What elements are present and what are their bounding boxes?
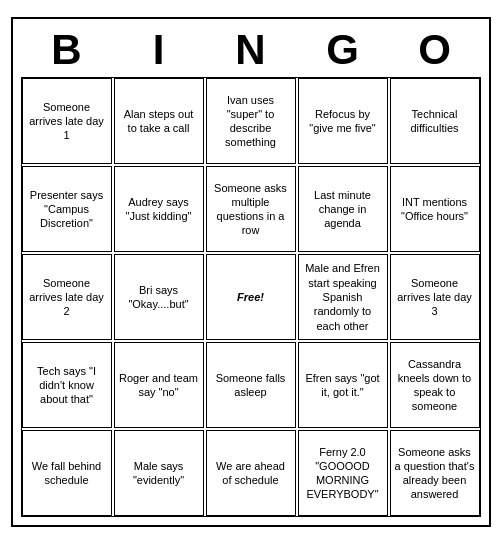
bingo-cell-o1[interactable]: Technical difficulties [390, 78, 480, 164]
cell-text-i5: Male says "evidently" [119, 459, 199, 488]
bingo-cell-i4[interactable]: Roger and team say "no" [114, 342, 204, 428]
cell-text-g2: Last minute change in agenda [303, 188, 383, 231]
bingo-cell-i5[interactable]: Male says "evidently" [114, 430, 204, 516]
bingo-cell-g2[interactable]: Last minute change in agenda [298, 166, 388, 252]
cell-text-b1: Someone arrives late day 1 [27, 100, 107, 143]
cell-text-i2: Audrey says "Just kidding" [119, 195, 199, 224]
bingo-header: B I N G O [21, 27, 481, 73]
bingo-cell-n4[interactable]: Someone falls asleep [206, 342, 296, 428]
cell-text-g1: Refocus by "give me five" [303, 107, 383, 136]
bingo-cell-n2[interactable]: Someone asks multiple questions in a row [206, 166, 296, 252]
bingo-cell-b2[interactable]: Presenter says "Campus Discretion" [22, 166, 112, 252]
letter-n: N [207, 27, 295, 73]
bingo-cell-g1[interactable]: Refocus by "give me five" [298, 78, 388, 164]
bingo-cell-g4[interactable]: Efren says "got it, got it." [298, 342, 388, 428]
bingo-cell-g5[interactable]: Ferny 2.0 "GOOOOD MORNING EVERYBODY" [298, 430, 388, 516]
cell-text-b3: Someone arrives late day 2 [27, 276, 107, 319]
cell-text-n3: Free! [237, 290, 264, 304]
cell-text-n1: Ivan uses "super" to describe something [211, 93, 291, 150]
letter-b: B [23, 27, 111, 73]
bingo-card: B I N G O Someone arrives late day 1Alan… [11, 17, 491, 527]
letter-o: O [391, 27, 479, 73]
bingo-cell-o3[interactable]: Someone arrives late day 3 [390, 254, 480, 340]
cell-text-b5: We fall behind schedule [27, 459, 107, 488]
bingo-cell-o5[interactable]: Someone asks a question that's already b… [390, 430, 480, 516]
cell-text-b2: Presenter says "Campus Discretion" [27, 188, 107, 231]
cell-text-o3: Someone arrives late day 3 [395, 276, 475, 319]
cell-text-i1: Alan steps out to take a call [119, 107, 199, 136]
bingo-grid: Someone arrives late day 1Alan steps out… [21, 77, 481, 517]
bingo-cell-b1[interactable]: Someone arrives late day 1 [22, 78, 112, 164]
letter-g: G [299, 27, 387, 73]
cell-text-n5: We are ahead of schedule [211, 459, 291, 488]
cell-text-o4: Cassandra kneels down to speak to someon… [395, 357, 475, 414]
bingo-cell-i3[interactable]: Bri says "Okay....but" [114, 254, 204, 340]
letter-i: I [115, 27, 203, 73]
bingo-cell-i1[interactable]: Alan steps out to take a call [114, 78, 204, 164]
cell-text-g4: Efren says "got it, got it." [303, 371, 383, 400]
cell-text-i3: Bri says "Okay....but" [119, 283, 199, 312]
bingo-cell-o4[interactable]: Cassandra kneels down to speak to someon… [390, 342, 480, 428]
bingo-cell-n3[interactable]: Free! [206, 254, 296, 340]
cell-text-n4: Someone falls asleep [211, 371, 291, 400]
cell-text-g3: Male and Efren start speaking Spanish ra… [303, 261, 383, 332]
cell-text-g5: Ferny 2.0 "GOOOOD MORNING EVERYBODY" [303, 445, 383, 502]
bingo-cell-b4[interactable]: Tech says "I didn't know about that" [22, 342, 112, 428]
bingo-cell-i2[interactable]: Audrey says "Just kidding" [114, 166, 204, 252]
cell-text-b4: Tech says "I didn't know about that" [27, 364, 107, 407]
bingo-cell-b3[interactable]: Someone arrives late day 2 [22, 254, 112, 340]
cell-text-o1: Technical difficulties [395, 107, 475, 136]
cell-text-i4: Roger and team say "no" [119, 371, 199, 400]
cell-text-o5: Someone asks a question that's already b… [395, 445, 475, 502]
bingo-cell-n5[interactable]: We are ahead of schedule [206, 430, 296, 516]
cell-text-o2: INT mentions "Office hours" [395, 195, 475, 224]
bingo-cell-b5[interactable]: We fall behind schedule [22, 430, 112, 516]
cell-text-n2: Someone asks multiple questions in a row [211, 181, 291, 238]
bingo-cell-n1[interactable]: Ivan uses "super" to describe something [206, 78, 296, 164]
bingo-cell-g3[interactable]: Male and Efren start speaking Spanish ra… [298, 254, 388, 340]
bingo-cell-o2[interactable]: INT mentions "Office hours" [390, 166, 480, 252]
